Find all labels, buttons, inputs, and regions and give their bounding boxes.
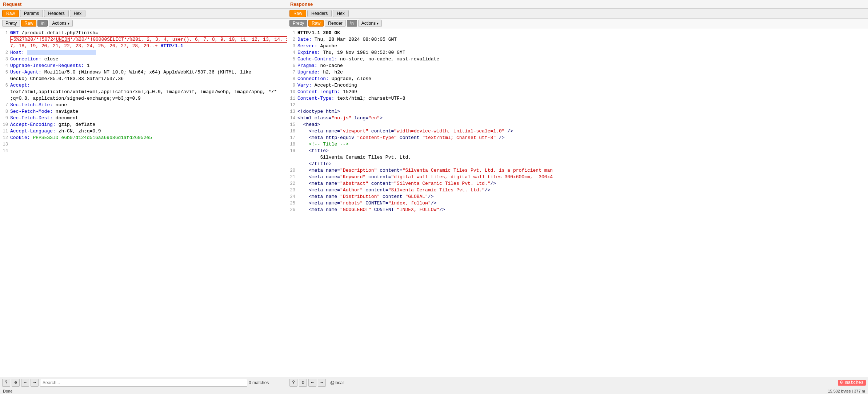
table-row: 20 <meta name="Description" content="Sil…	[287, 167, 868, 174]
table-row: 14 <html class="no-js" lang="en">	[287, 115, 868, 122]
table-row: 5 Cache-Control: no-store, no-cache, mus…	[287, 56, 868, 63]
response-title: Response	[290, 1, 313, 7]
table-row: 13 <!doctype html>	[287, 108, 868, 115]
request-title-bar: Request	[0, 0, 287, 9]
table-row: 7 Upgrade: h2, h2c	[287, 69, 868, 76]
pretty-btn-response[interactable]: Pretty	[289, 20, 307, 27]
settings-icon-response[interactable]: ⚙	[299, 379, 307, 387]
render-btn-response[interactable]: Render	[325, 20, 345, 27]
table-row: 19 <title> Silventa Ceramic Tiles Pvt. L…	[287, 148, 868, 167]
tab-hex-request[interactable]: Hex	[70, 10, 85, 17]
at-local-label: @local	[330, 380, 344, 385]
raw-btn-request[interactable]: Raw	[21, 20, 36, 27]
table-row: 12 Cookie: PHPSESSID=e6b07d124d516aa69b8…	[0, 135, 287, 141]
status-text: Done	[3, 389, 12, 393]
tab-headers-response[interactable]: Headers	[307, 10, 332, 17]
search-input-request[interactable]	[40, 379, 247, 387]
request-code-area[interactable]: 1 GET /product-detail.php?finish= -5%27%…	[0, 28, 287, 377]
size-info: 15,582 bytes | 377 m	[828, 389, 865, 393]
response-panel: Response Raw Headers Hex Pretty Raw Rend…	[287, 0, 868, 388]
table-row: 13	[0, 141, 287, 148]
table-row: 1 GET /product-detail.php?finish= -5%27%…	[0, 30, 287, 49]
response-bottom-bar: ? ⚙ ← → @local 0 matches	[287, 377, 868, 388]
request-tab-bar: Raw Params Headers Hex	[0, 9, 287, 19]
table-row: 6 Pragma: no-cache	[287, 63, 868, 69]
request-panel: Request Raw Params Headers Hex Pretty Ra…	[0, 0, 287, 388]
table-row: 8 Connection: Upgrade, close	[287, 76, 868, 82]
status-bar: Done 15,582 bytes | 377 m	[0, 388, 868, 394]
table-row: 17 <meta http-equiv="content-type" conte…	[287, 135, 868, 141]
tab-params-request[interactable]: Params	[20, 10, 43, 17]
request-bottom-bar: ? ⚙ ← → 0 matches	[0, 377, 287, 388]
table-row: 2 Date: Thu, 28 Mar 2024 08:08:05 GMT	[287, 36, 868, 43]
response-title-bar: Response	[287, 0, 868, 9]
table-row: 4 Upgrade-Insecure-Requests: 1	[0, 63, 287, 69]
request-title: Request	[3, 1, 21, 7]
table-row: 22 <meta name="abstract" content="Silven…	[287, 180, 868, 187]
table-row: 7 Sec-Fetch-Site: none	[0, 102, 287, 108]
back-icon[interactable]: ←	[21, 379, 29, 387]
table-row: 10 Accept-Encoding: gzip, deflate	[0, 122, 287, 128]
table-row: 14	[0, 148, 287, 154]
response-code-area[interactable]: 1 HTTP/1.1 200 OK 2 Date: Thu, 28 Mar 20…	[287, 28, 868, 377]
table-row: 23 <meta name="Author" content="Silventa…	[287, 187, 868, 194]
newline-btn-response[interactable]: \n	[347, 20, 357, 27]
actions-arrow-request: ▾	[68, 21, 69, 25]
matches-count-request: 0 matches	[249, 380, 269, 385]
help-icon[interactable]: ?	[2, 379, 10, 387]
back-icon-response[interactable]: ←	[308, 379, 316, 387]
raw-btn-response[interactable]: Raw	[308, 20, 324, 27]
table-row: 16 <meta name="viewport" content="width=…	[287, 128, 868, 135]
forward-icon[interactable]: →	[31, 379, 39, 387]
tab-hex-response[interactable]: Hex	[333, 10, 348, 17]
table-row: 11 Content-Type: text/html; charset=UTF-…	[287, 95, 868, 102]
actions-dropdown-response[interactable]: Actions ▾	[358, 20, 382, 27]
table-row: 18 <!-- Title -->	[287, 141, 868, 148]
actions-dropdown-request[interactable]: Actions ▾	[49, 20, 72, 27]
table-row: 11 Accept-Language: zh-CN, zh;q=0.9	[0, 128, 287, 135]
matches-count-response: 0 matches	[838, 380, 866, 386]
table-row: 3 Server: Apache	[287, 43, 868, 49]
request-toolbar: Pretty Raw \n Actions ▾	[0, 19, 287, 28]
tab-raw-response[interactable]: Raw	[289, 10, 306, 17]
tab-headers-request[interactable]: Headers	[44, 10, 68, 17]
table-row: 26 <meta name="GOOGLEBOT" CONTENT="INDEX…	[287, 207, 868, 213]
tab-raw-request[interactable]: Raw	[2, 10, 19, 17]
table-row: 8 Sec-Fetch-Mode: navigate	[0, 108, 287, 115]
table-row: 5 User-Agent: Mozilla/5.0 (Windows NT 10…	[0, 69, 287, 82]
pretty-btn-request[interactable]: Pretty	[2, 20, 20, 27]
response-toolbar: Pretty Raw Render \n Actions ▾	[287, 19, 868, 28]
table-row: 4 Expires: Thu, 19 Nov 1981 08:52:00 GMT	[287, 49, 868, 56]
response-tab-bar: Raw Headers Hex	[287, 9, 868, 19]
forward-icon-response[interactable]: →	[318, 379, 326, 387]
table-row: 9 Sec-Fetch-Dest: document	[0, 115, 287, 122]
actions-arrow-response: ▾	[377, 21, 379, 25]
table-row: 2 Host:	[0, 49, 287, 56]
table-row: 24 <meta name="Distribution" content="GL…	[287, 194, 868, 200]
table-row: 12	[287, 102, 868, 108]
settings-icon[interactable]: ⚙	[12, 379, 20, 387]
table-row: 21 <meta name="Keyword" content="digital…	[287, 174, 868, 180]
table-row: 9 Vary: Accept-Encoding	[287, 82, 868, 89]
newline-btn-request[interactable]: \n	[37, 20, 48, 27]
table-row: 15 <head>	[287, 122, 868, 128]
table-row: 25 <meta name="robots" CONTENT="index, f…	[287, 200, 868, 207]
table-row: 10 Content-Length: 15269	[287, 89, 868, 95]
help-icon-response[interactable]: ?	[289, 379, 297, 387]
table-row: 1 HTTP/1.1 200 OK	[287, 30, 868, 36]
table-row: 3 Connection: close	[0, 56, 287, 63]
table-row: 6 Accept: text/html,application/xhtml+xm…	[0, 82, 287, 102]
